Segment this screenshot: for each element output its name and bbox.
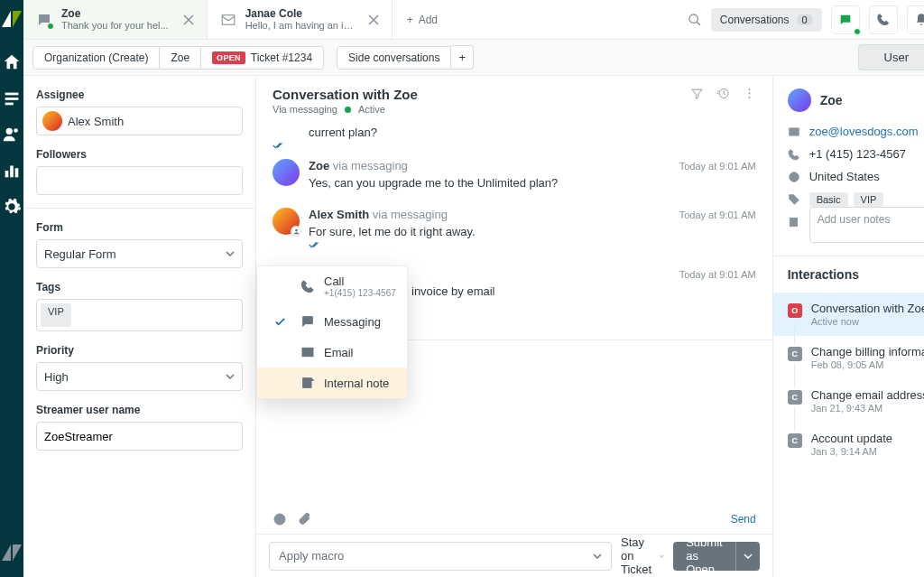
admin-icon[interactable]	[2, 197, 22, 217]
svg-point-16	[748, 93, 750, 95]
bottom-bar: Apply macro Stay on Ticket Submit as Ope…	[256, 534, 772, 577]
message-row: Zoe via messaging Today at 9:01 AM Yes, …	[273, 150, 756, 199]
breadcrumb-org[interactable]: Organization (Create)	[32, 46, 160, 70]
side-conversations-add[interactable]: +	[451, 45, 474, 70]
assignee-avatar	[42, 111, 62, 131]
breadcrumb-ticket[interactable]: OPEN Ticket #1234	[201, 46, 324, 70]
status-badge: C	[788, 390, 802, 405]
agent-badge-icon	[291, 226, 301, 237]
customer-email[interactable]: zoe@lovesdogs.com	[809, 125, 919, 138]
status-badge: C	[788, 433, 802, 448]
svg-point-23	[281, 517, 282, 518]
priority-label: Priority	[36, 344, 243, 357]
home-icon[interactable]	[2, 52, 22, 72]
attach-icon[interactable]	[298, 512, 312, 526]
history-icon[interactable]	[716, 87, 730, 100]
priority-select[interactable]: High	[36, 362, 243, 391]
conversations-pill[interactable]: Conversations 0	[711, 8, 822, 32]
followers-input[interactable]	[36, 166, 243, 195]
left-nav	[0, 0, 23, 577]
svg-point-3	[6, 128, 13, 135]
breadcrumb-bar: Organization (Create) Zoe OPEN Ticket #1…	[23, 40, 924, 76]
svg-point-9	[689, 14, 698, 23]
customers-icon[interactable]	[2, 125, 22, 144]
close-icon[interactable]	[368, 14, 379, 25]
phone-button[interactable]	[869, 5, 898, 34]
side-conversations-button[interactable]: Side conversations	[337, 46, 451, 70]
channel-menu-call[interactable]: Call +1(415) 123-4567	[257, 266, 407, 306]
add-tab-button[interactable]: +Add	[393, 0, 452, 39]
channel-menu-messaging[interactable]: Messaging	[257, 306, 407, 312]
svg-point-22	[277, 517, 278, 518]
customer-profile: Zoe zoe@lovesdogs.com +1 (415) 123-4567 …	[773, 76, 924, 256]
customer-phone: +1 (415) 123-4567	[809, 147, 906, 161]
tab-janae[interactable]: Janae Cole Hello, I am having an is...	[208, 0, 393, 39]
zendesk-logo-icon	[0, 7, 23, 31]
status-badge: C	[788, 347, 802, 361]
submit-dropdown[interactable]	[735, 542, 760, 571]
svg-rect-5	[5, 171, 9, 177]
tab-subtitle: Thank you for your hel...	[61, 20, 169, 32]
mail-icon	[220, 12, 236, 28]
breadcrumb-user[interactable]: Zoe	[160, 46, 201, 70]
phone-icon	[300, 279, 315, 293]
message-fragment: current plan?	[273, 126, 756, 139]
context-sidebar: Zoe zoe@lovesdogs.com +1 (415) 123-4567 …	[773, 76, 924, 577]
interaction-item[interactable]: C Account updateJan 3, 9:14 AM	[773, 423, 924, 466]
reporting-icon[interactable]	[2, 161, 22, 181]
svg-point-15	[748, 88, 750, 90]
svg-point-4	[14, 128, 18, 133]
note-icon	[788, 216, 800, 228]
tag-chip: VIP	[41, 303, 71, 327]
close-icon[interactable]	[183, 14, 194, 25]
svg-rect-0	[5, 93, 19, 96]
apply-macro-select[interactable]: Apply macro	[269, 542, 612, 571]
status-badge: O	[788, 303, 802, 318]
channel-menu: Call +1(415) 123-4567 Messaging	[256, 265, 408, 312]
assignee-field[interactable]: Alex Smith	[36, 107, 243, 135]
segment-user[interactable]: User	[858, 44, 924, 70]
chevron-down-icon	[226, 249, 235, 258]
customer-location: United States	[809, 170, 880, 183]
streamer-input[interactable]	[36, 422, 243, 451]
notifications-button[interactable]: 1	[907, 5, 924, 34]
more-icon[interactable]	[743, 87, 756, 100]
chat-button[interactable]	[831, 5, 860, 34]
conversation-title: Conversation with Zoe	[273, 87, 418, 102]
conversation-status: Active	[358, 104, 385, 115]
tab-subtitle: Hello, I am having an is...	[245, 20, 354, 32]
zendesk-mark-icon	[0, 541, 23, 564]
user-notes-input[interactable]: Add user notes	[809, 207, 924, 243]
stay-on-ticket-button[interactable]: Stay on Ticket	[621, 535, 664, 576]
tags-input[interactable]: VIP	[36, 299, 243, 331]
customer-avatar	[788, 88, 811, 112]
form-label: Form	[36, 221, 243, 234]
filter-icon[interactable]	[690, 87, 704, 100]
interactions-panel: Interactions O Conversation with ZoeActi…	[773, 256, 924, 577]
assignee-label: Assignee	[36, 88, 243, 101]
message-list: current plan? Zoe via messaging Today at…	[256, 126, 772, 312]
svg-point-17	[748, 97, 750, 98]
send-button[interactable]: Send	[731, 513, 756, 526]
submit-button[interactable]: Submit as Open	[673, 542, 759, 571]
form-select[interactable]: Regular Form	[36, 239, 243, 268]
tab-zoe[interactable]: Zoe Thank you for your hel...	[23, 0, 208, 39]
views-icon[interactable]	[2, 88, 22, 108]
tag-icon	[788, 193, 800, 206]
followers-label: Followers	[36, 148, 243, 161]
svg-rect-1	[5, 98, 19, 100]
interaction-item[interactable]: O Conversation with ZoeActive now	[773, 293, 924, 336]
svg-point-29	[790, 197, 792, 199]
status-dot	[345, 107, 351, 113]
tab-title: Janae Cole	[245, 7, 354, 20]
tags-label: Tags	[36, 281, 243, 293]
interaction-item[interactable]: C Change billing informationFeb 08, 9:05…	[773, 336, 924, 379]
interaction-item[interactable]: C Change email addressJan 21, 9:43 AM	[773, 379, 924, 423]
tab-bar: Zoe Thank you for your hel... Janae Cole…	[23, 0, 924, 40]
svg-rect-2	[5, 103, 14, 106]
search-icon[interactable]	[688, 13, 702, 27]
svg-point-18	[295, 228, 298, 231]
streamer-label: Streamer user name	[36, 404, 243, 416]
emoji-icon[interactable]	[273, 512, 287, 526]
conversation-via: Via messaging	[273, 104, 337, 115]
